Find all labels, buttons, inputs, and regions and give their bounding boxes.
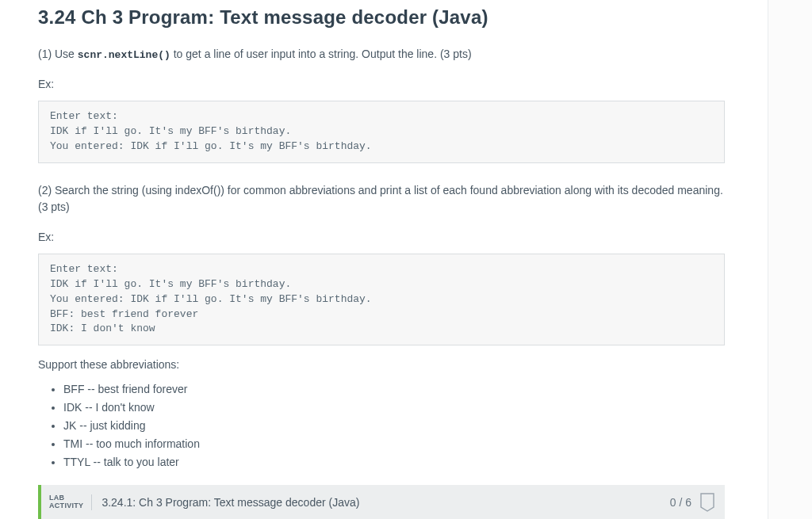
bookmark-icon[interactable]	[699, 493, 715, 512]
step-1-suffix: to get a line of user input into a strin…	[170, 48, 472, 60]
step-1-instruction: (1) Use scnr.nextLine() to get a line of…	[38, 46, 725, 63]
example-output-2: Enter text: IDK if I'll go. It's my BFF'…	[38, 254, 725, 345]
lab-score: 0 / 6	[670, 494, 691, 511]
lab-activity-tag: LAB ACTIVITY	[49, 494, 92, 510]
abbreviations-list: BFF -- best friend forever IDK -- I don'…	[38, 381, 725, 471]
step-2-instruction: (2) Search the string (using indexOf()) …	[38, 182, 725, 216]
abbreviations-heading: Support these abbreviations:	[38, 357, 725, 373]
list-item: JK -- just kidding	[63, 418, 725, 434]
list-item: TMI -- too much information	[63, 436, 725, 452]
list-item: IDK -- I don't know	[63, 399, 725, 416]
example-label-2: Ex:	[38, 229, 725, 246]
inline-code-scnr: scnr.nextLine()	[78, 49, 170, 61]
list-item: BFF -- best friend forever	[63, 381, 725, 398]
right-gutter	[768, 0, 812, 519]
page-title: 3.24 Ch 3 Program: Text message decoder …	[38, 3, 725, 32]
example-output-1: Enter text: IDK if I'll go. It's my BFF'…	[38, 101, 725, 163]
list-item: TTYL -- talk to you later	[63, 454, 725, 471]
lab-tag-line2: ACTIVITY	[49, 502, 83, 510]
lesson-content: 3.24 Ch 3 Program: Text message decoder …	[0, 0, 763, 519]
lab-activity-bar: LAB ACTIVITY 3.24.1: Ch 3 Program: Text …	[38, 485, 725, 519]
lab-activity-title: 3.24.1: Ch 3 Program: Text message decod…	[102, 494, 669, 511]
step-1-prefix: (1) Use	[38, 48, 78, 60]
example-label-1: Ex:	[38, 76, 725, 93]
